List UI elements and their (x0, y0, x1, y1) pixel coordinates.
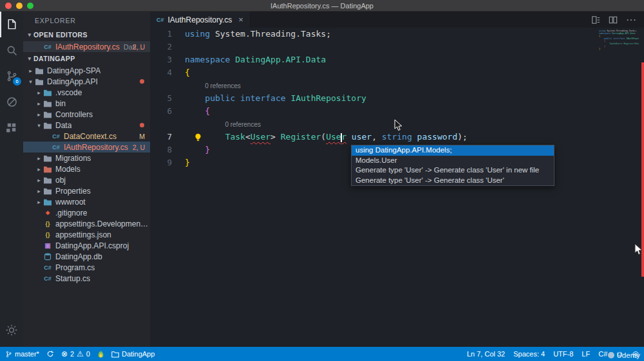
open-editors-label: OPEN EDITORS (33, 31, 88, 39)
codelens-row[interactable]: 0 references (150, 79, 644, 92)
tree-item-appsettings-json[interactable]: {}appsettings.json (23, 229, 150, 240)
code-line-6[interactable]: 6 { (150, 105, 644, 118)
tree-item-controllers[interactable]: ▸Controllers (23, 109, 150, 120)
close-window-button[interactable] (5, 3, 12, 9)
quick-fix-item-generate-type-user-generate-class-user[interactable]: Generate type 'User' -> Generate class '… (352, 176, 554, 186)
csharp-file-icon: C# (43, 264, 53, 271)
code-text: using System.Threading.Tasks; (178, 28, 331, 41)
chevron-right-icon[interactable]: ▸ (27, 68, 34, 74)
activity-explorer[interactable] (0, 12, 23, 37)
tree-item-datingapp-api-csproj[interactable]: ▣DatingApp.API.csproj (23, 240, 150, 251)
tree-item-gitignore[interactable]: ◆.gitignore (23, 207, 150, 218)
folder-icon (43, 176, 53, 184)
item-label: bin (55, 99, 66, 108)
close-tab-icon[interactable]: × (238, 15, 243, 24)
more-actions-icon[interactable]: ··· (626, 14, 636, 26)
warning-icon: ⚠ (77, 350, 84, 358)
folder-icon (43, 187, 53, 195)
chevron-down-icon[interactable]: ▾ (35, 122, 43, 129)
chevron-down-icon[interactable]: ▾ (27, 79, 34, 85)
folder-section-label: DATINGAPP (33, 55, 75, 62)
open-editors-header[interactable]: ▾ OPEN EDITORS (23, 28, 150, 41)
tree-item-datacontext-cs[interactable]: C#DataContext.csM (23, 131, 150, 142)
tree-item-bin[interactable]: ▸bin (23, 98, 150, 109)
tree-item-properties[interactable]: ▸Properties (23, 185, 150, 196)
zoom-window-button[interactable] (27, 3, 33, 9)
git-branch-indicator[interactable]: master* (5, 350, 39, 358)
folder-icon (43, 100, 53, 107)
json-file-icon: {} (43, 221, 53, 227)
sync-button[interactable] (46, 350, 54, 358)
language-mode[interactable]: C# (598, 350, 607, 358)
tree-item-datingapp-spa[interactable]: ▸DatingApp-SPA (23, 65, 150, 76)
split-editor-icon[interactable] (609, 15, 618, 24)
tree-item-appsettings-development-js[interactable]: {}appsettings.Development.js... (23, 218, 150, 229)
omnisharp-status[interactable] (97, 350, 104, 358)
tree-item-data[interactable]: ▾Data (23, 120, 150, 131)
tree-item-program-cs[interactable]: C#Program.cs (23, 262, 150, 273)
minimap[interactable]: using System.Threading.Tasks;namespace D… (599, 30, 639, 84)
line-number: 5 (150, 92, 178, 105)
error-count: 2 (70, 350, 74, 358)
code-text: { (178, 66, 190, 79)
open-changes-icon[interactable] (591, 15, 600, 24)
folder-icon (34, 78, 44, 86)
file-tree: ▸DatingApp-SPA▾DatingApp.API▸.vscode▸bin… (23, 65, 150, 284)
chevron-right-icon[interactable]: ▸ (35, 89, 43, 96)
code-text: public interface IAuthRepository (178, 92, 366, 105)
csproj-file-icon: ▣ (43, 242, 53, 249)
tree-item-models[interactable]: ▸Models (23, 163, 150, 174)
item-label: Startup.cs (55, 274, 90, 283)
quick-fix-item-using-datingapp-api-models[interactable]: using DatingApp.API.Models; (352, 145, 554, 156)
chevron-right-icon[interactable]: ▸ (35, 177, 43, 183)
overview-ruler-error-strip (641, 62, 644, 277)
folder-icon (34, 67, 44, 75)
indentation-setting[interactable]: Spaces: 4 (513, 350, 545, 358)
tree-item-vscode[interactable]: ▸.vscode (23, 87, 150, 98)
chevron-right-icon[interactable]: ▸ (35, 111, 43, 118)
code-line-3[interactable]: 3namespace DatingApp.API.Data (150, 53, 644, 66)
chevron-right-icon[interactable]: ▸ (35, 199, 43, 205)
chevron-right-icon[interactable]: ▸ (35, 188, 43, 194)
chevron-right-icon[interactable]: ▸ (35, 100, 43, 107)
tree-item-datingapp-db[interactable]: DatingApp.db (23, 251, 150, 262)
modified-dot (140, 123, 144, 127)
cursor-position[interactable]: Ln 7, Col 32 (467, 350, 505, 358)
activity-extensions[interactable] (0, 115, 23, 140)
activity-source-control[interactable]: 6 (0, 63, 23, 89)
chevron-right-icon[interactable]: ▸ (35, 155, 43, 162)
tree-item-wwwroot[interactable]: ▸wwwroot (23, 196, 150, 207)
item-label: appsettings.json (55, 230, 111, 239)
tab-iauthrepository[interactable]: C# IAuthRepository.cs × (150, 12, 251, 28)
encoding-setting[interactable]: UTF-8 (553, 350, 573, 358)
code-line-7[interactable]: 7 Task<User> Register(User user, string … (150, 131, 644, 143)
problems-indicator[interactable]: ⊗ 2 ⚠ 0 (61, 350, 90, 358)
omnisharp-flame-icon (97, 350, 104, 358)
minimize-window-button[interactable] (16, 3, 23, 9)
code-line-5[interactable]: 5 public interface IAuthRepository (150, 92, 644, 105)
tree-item-startup-cs[interactable]: C#Startup.cs (23, 273, 150, 284)
code-line-2[interactable]: 2 (150, 41, 644, 53)
code-line-1[interactable]: 1using System.Threading.Tasks; (150, 28, 644, 41)
open-editor-iauthrepository-cs[interactable]: C#IAuthRepository.csDati...2, U (23, 41, 150, 52)
tree-item-iauthrepository-cs[interactable]: C#IAuthRepository.cs2, U (23, 142, 150, 153)
tree-item-migrations[interactable]: ▸Migrations (23, 153, 150, 163)
activity-settings[interactable] (0, 317, 23, 343)
project-indicator[interactable]: DatingApp (111, 350, 155, 358)
code-line-4[interactable]: 4{ (150, 66, 644, 79)
sidebar-title: EXPLORER (23, 12, 150, 28)
udemy-logo-icon (608, 352, 614, 358)
folder-section-header[interactable]: ▾ DATINGAPP (23, 52, 150, 65)
tree-item-datingapp-api[interactable]: ▾DatingApp.API (23, 76, 150, 87)
scm-changes-badge: 6 (13, 77, 21, 86)
tree-item-obj[interactable]: ▸obj (23, 174, 150, 185)
status-bar: master* ⊗ 2 ⚠ 0 DatingApp Ln 7, Col 32 S… (0, 347, 644, 361)
quick-fix-item-models-user[interactable]: Models.User (352, 156, 554, 166)
activity-debug[interactable] (0, 89, 23, 115)
codelens-row[interactable]: 0 references (150, 118, 644, 131)
eol-setting[interactable]: LF (582, 350, 590, 358)
titlebar: IAuthRepository.cs — DatingApp (0, 0, 644, 12)
activity-search[interactable] (0, 37, 23, 63)
chevron-right-icon[interactable]: ▸ (35, 166, 43, 172)
quick-fix-item-generate-type-user-generate-class-user-i[interactable]: Generate type 'User' -> Generate class '… (352, 165, 554, 176)
